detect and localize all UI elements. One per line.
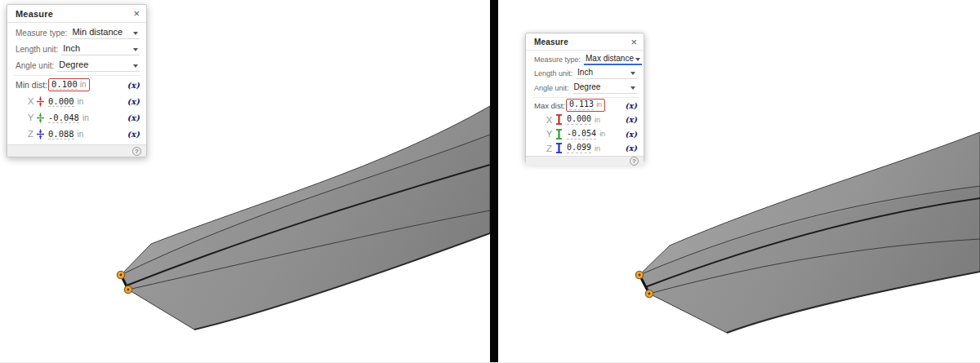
axis-x-row: X 0.000 in (x) <box>534 113 637 127</box>
axis-y-row: Y -0.054 in (x) <box>534 127 637 142</box>
axis-y-row: Y -0.048 in (x) <box>16 109 140 126</box>
chevron-down-icon <box>133 32 138 35</box>
measure-type-row: Measure type: Min distance <box>16 24 140 41</box>
dialog-title: Measure <box>16 9 53 19</box>
length-unit-select[interactable]: Inch <box>576 68 637 79</box>
dialog-header: Measure × <box>526 33 644 51</box>
axis-y-label: Y <box>545 129 554 139</box>
angle-unit-row: Angle unit: Degree <box>534 81 637 95</box>
measure-vertex-point[interactable] <box>635 271 643 278</box>
length-unit-label: Length unit: <box>534 69 572 77</box>
dialog-header: Measure × <box>7 5 146 23</box>
unit-label: in <box>80 80 87 89</box>
section-divider <box>14 75 141 76</box>
help-icon[interactable]: ? <box>132 147 141 156</box>
unit-label: in <box>595 116 600 124</box>
chevron-down-icon <box>630 72 635 75</box>
dialog-body: Measure type: Min distance Length unit: … <box>7 23 146 144</box>
unit-label: in <box>78 97 84 106</box>
chevron-down-icon <box>635 58 640 61</box>
split-view-divider <box>490 0 498 362</box>
measure-vertex-point[interactable] <box>645 290 653 297</box>
create-variable-button[interactable]: (x) <box>127 113 140 122</box>
axis-z-row: Z 0.088 in (x) <box>16 126 140 142</box>
length-unit-select[interactable]: Inch <box>61 43 140 55</box>
create-variable-button[interactable]: (x) <box>127 81 140 90</box>
help-icon[interactable]: ? <box>630 157 639 166</box>
length-unit-value: Inch <box>63 43 131 53</box>
angle-unit-row: Angle unit: Degree <box>16 57 140 73</box>
create-variable-button[interactable]: (x) <box>127 130 140 139</box>
close-icon[interactable]: × <box>630 38 637 46</box>
length-unit-label: Length unit: <box>16 45 58 54</box>
length-unit-value: Inch <box>577 68 629 77</box>
axis-x-label: X <box>26 96 35 106</box>
create-variable-button[interactable]: (x) <box>625 130 637 139</box>
chevron-down-icon <box>630 86 635 90</box>
max-distance-y-icon <box>555 129 564 139</box>
measure-vertex-point[interactable] <box>124 286 131 293</box>
min-dist-value[interactable]: 0.100 <box>51 79 78 90</box>
axis-x-label: X <box>545 115 554 125</box>
dialog-footer: ? <box>526 156 644 166</box>
measure-type-value: Max distance <box>586 54 634 63</box>
axis-z-label: Z <box>26 129 35 139</box>
angle-unit-value: Degree <box>574 82 629 91</box>
measure-dialog-min: Measure × Measure type: Min distance Len… <box>7 4 147 157</box>
measure-type-value: Min distance <box>72 27 131 37</box>
measure-type-select[interactable]: Max distance <box>584 54 642 65</box>
axis-z-value[interactable]: 0.099 <box>567 143 591 153</box>
viewport-max-distance: Measure × Measure type: Max distance Len… <box>498 0 980 362</box>
measure-type-label: Measure type: <box>534 55 581 64</box>
highlighted-value-box: 0.113 in <box>566 99 605 112</box>
highlighted-value-box: 0.100 in <box>48 78 89 91</box>
min-distance-x-icon <box>36 96 45 107</box>
unit-label: in <box>78 130 84 139</box>
dialog-title: Measure <box>534 38 568 46</box>
length-unit-row: Length unit: Inch <box>534 67 637 82</box>
axis-x-value[interactable]: 0.000 <box>567 114 591 125</box>
axis-x-value[interactable]: 0.000 <box>48 96 74 107</box>
axis-y-value[interactable]: -0.048 <box>48 113 79 123</box>
min-dist-row: Min dist: 0.100 in (x) <box>16 77 140 93</box>
axis-z-value[interactable]: 0.088 <box>48 129 74 139</box>
max-distance-z-icon <box>555 143 564 153</box>
min-distance-y-icon <box>36 113 45 123</box>
angle-unit-select[interactable]: Degree <box>572 82 637 94</box>
angle-unit-label: Angle unit: <box>534 84 569 92</box>
axis-y-value[interactable]: -0.054 <box>567 129 596 139</box>
unit-label: in <box>596 100 602 108</box>
dialog-body: Measure type: Max distance Length unit: … <box>526 51 644 156</box>
axis-y-label: Y <box>26 113 35 122</box>
section-divider <box>532 97 639 98</box>
length-unit-row: Length unit: Inch <box>16 41 140 57</box>
dialog-footer: ? <box>7 144 146 157</box>
axis-z-row: Z 0.099 in (x) <box>534 141 637 156</box>
max-distance-x-icon <box>555 114 564 125</box>
axis-z-label: Z <box>545 144 554 153</box>
angle-unit-select[interactable]: Degree <box>57 60 140 72</box>
min-dist-label: Min dist: <box>16 80 47 90</box>
max-dist-row: Max dist: 0.113 in (x) <box>534 99 637 113</box>
angle-unit-label: Angle unit: <box>16 61 54 70</box>
max-dist-label: Max dist: <box>534 101 565 110</box>
measure-type-select[interactable]: Min distance <box>70 27 140 39</box>
measure-type-row: Measure type: Max distance <box>534 52 637 67</box>
measure-dialog-max: Measure × Measure type: Max distance Len… <box>525 33 644 162</box>
create-variable-button[interactable]: (x) <box>625 144 637 153</box>
chevron-down-icon <box>133 64 138 68</box>
unit-label: in <box>599 130 605 138</box>
axis-x-row: X 0.000 in (x) <box>16 93 140 109</box>
unit-label: in <box>82 113 89 122</box>
create-variable-button[interactable]: (x) <box>625 101 637 110</box>
create-variable-button[interactable]: (x) <box>127 97 140 106</box>
max-dist-value[interactable]: 0.113 <box>569 100 594 110</box>
measure-type-label: Measure type: <box>16 29 67 38</box>
measure-vertex-point[interactable] <box>117 271 124 278</box>
close-icon[interactable]: × <box>133 10 140 18</box>
chevron-down-icon <box>133 48 138 51</box>
viewport-min-distance: Measure × Measure type: Min distance Len… <box>0 0 490 362</box>
unit-label: in <box>595 144 600 153</box>
min-distance-z-icon <box>36 129 45 139</box>
create-variable-button[interactable]: (x) <box>625 115 637 124</box>
